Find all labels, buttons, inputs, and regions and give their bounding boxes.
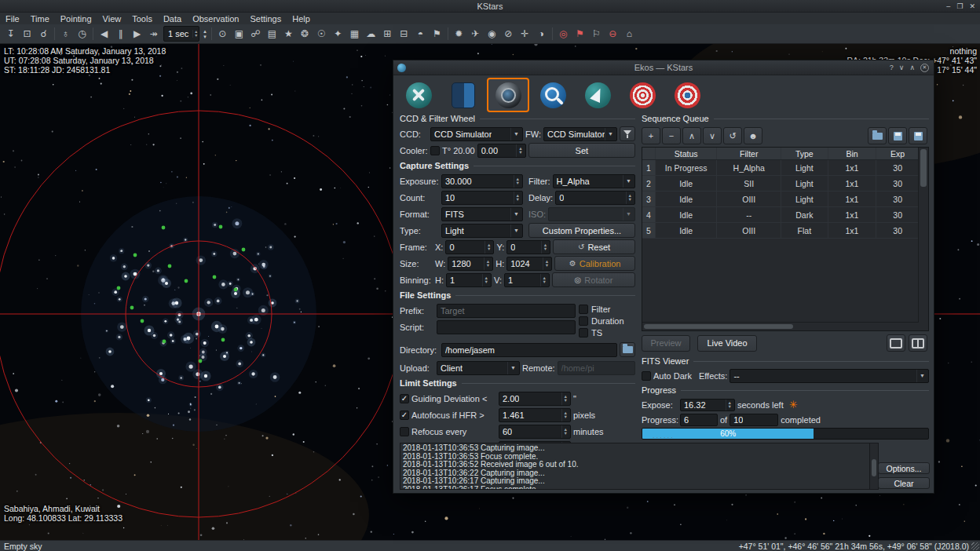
live-video-button[interactable]: Live Video (697, 335, 757, 352)
move-job-down-icon[interactable]: ∨ (703, 127, 722, 144)
guide-tab[interactable] (621, 78, 664, 112)
duration-suffix-checkbox[interactable] (579, 316, 588, 326)
maximize-icon[interactable]: ❐ (956, 2, 963, 10)
reset-queue-icon[interactable]: ↺ (723, 127, 742, 144)
scheduler-tab[interactable] (442, 78, 485, 112)
format-select[interactable]: FITS▼ (441, 207, 523, 221)
time-step-input[interactable]: 1 sec ▴▾ (163, 26, 199, 42)
size-w-input[interactable]: 1280▲▼ (448, 257, 493, 271)
binning-h-input[interactable]: 1▲▼ (446, 273, 492, 287)
prefix-input[interactable]: Target (437, 304, 576, 318)
frame-x-input[interactable]: 0▲▼ (445, 240, 494, 254)
clear-button[interactable]: Clear (878, 477, 930, 489)
lock-position-icon[interactable]: ✛ (517, 26, 533, 42)
menu-item[interactable]: Tools (126, 13, 158, 24)
color-scheme-icon[interactable]: ◑ (533, 26, 550, 42)
menu-item[interactable]: Pointing (55, 13, 97, 24)
play-icon[interactable]: ▶ (129, 26, 145, 42)
download-data-icon[interactable]: ↧ (2, 26, 19, 42)
close-icon[interactable]: ✕ (969, 2, 975, 10)
sequence-job-row[interactable]: 2 Idle SII Light 1x1 30 (642, 176, 919, 192)
whats-interesting-icon[interactable]: ◉ (484, 26, 500, 42)
location-infobox[interactable]: Sabahiya, Ahmadi, Kuwait Long: 48.100833… (4, 504, 122, 523)
limit-checkbox[interactable]: ✓ (400, 411, 409, 420)
summary-screen-toggle-icon[interactable] (909, 334, 927, 352)
time-step-forward-icon[interactable]: ↠ (145, 26, 162, 42)
cooler-checkbox[interactable] (430, 146, 440, 155)
horizontal-grid-icon[interactable]: ⊟ (396, 26, 412, 42)
open-sequence-icon[interactable] (868, 127, 887, 144)
log-scrollbar[interactable] (869, 443, 878, 489)
milky-way-icon[interactable]: ☁ (363, 26, 379, 42)
sequence-job-row[interactable]: 4 Idle -- Dark 1x1 30 (642, 207, 919, 223)
limit-value-input[interactable]: 1.461▲▼ (499, 408, 571, 422)
exposure-input[interactable]: 30.000▲▼ (441, 174, 523, 188)
custom-properties-button[interactable]: Custom Properties... (528, 223, 635, 238)
ts-suffix-checkbox[interactable] (579, 328, 588, 338)
sequence-job-row[interactable]: 1 In Progress H_Alpha Light 1x1 30 (642, 160, 919, 176)
filter-select[interactable]: H_Alpha▼ (553, 174, 636, 188)
scrollbar-handle[interactable] (920, 149, 927, 187)
script-input[interactable] (437, 320, 576, 334)
help-icon[interactable]: ? (890, 64, 894, 71)
ekos-close-icon[interactable]: ✕ (920, 64, 929, 72)
dome-icon[interactable]: ⌂ (621, 26, 638, 42)
equatorial-grid-icon[interactable]: ⊞ (379, 26, 396, 42)
auto-dark-checkbox[interactable] (642, 371, 651, 381)
upload-mode-select[interactable]: Client▼ (437, 361, 520, 375)
planets-toggle-icon[interactable]: ☉ (313, 26, 330, 42)
browse-directory-icon[interactable] (620, 342, 635, 357)
reset-frame-button[interactable]: ↺Reset (553, 239, 635, 254)
mount-tab[interactable] (576, 78, 619, 112)
supernovae-icon[interactable]: ✹ (451, 26, 467, 42)
delay-input[interactable]: 0▲▼ (555, 191, 635, 205)
pause-icon[interactable]: ∥ (112, 26, 129, 42)
constellation-boundaries-icon[interactable]: ▦ (346, 26, 363, 42)
menu-item[interactable]: Help (287, 13, 316, 24)
time-step-spinner[interactable]: ▴▾ (192, 30, 199, 38)
effects-select[interactable]: --▼ (730, 369, 929, 383)
filter-suffix-checkbox[interactable] (579, 305, 588, 314)
save-sequence-as-icon[interactable] (909, 127, 927, 144)
shade-up-icon[interactable]: ∧ (909, 64, 915, 71)
track-object-icon[interactable]: ☍ (247, 26, 264, 42)
temperature-setpoint-input[interactable]: 0.00▲▼ (477, 144, 526, 158)
limit-value-input[interactable]: 2.00▲▼ (499, 392, 571, 406)
move-job-up-icon[interactable]: ∧ (682, 127, 701, 144)
sequence-job-row[interactable]: 3 Idle OIII Light 1x1 30 (642, 192, 919, 207)
align-tab[interactable] (666, 78, 708, 112)
stars-toggle-icon[interactable]: ★ (280, 26, 297, 42)
menu-item[interactable]: Time (25, 13, 55, 24)
ccd-select[interactable]: CCD Simulator▼ (430, 127, 523, 141)
flags-icon[interactable]: ⚑ (429, 26, 445, 42)
full-view-icon[interactable]: ▣ (231, 26, 247, 42)
zoom-icon[interactable]: ☌ (35, 26, 52, 42)
binning-v-input[interactable]: 1▲▼ (504, 273, 550, 287)
earth-geolocation-icon[interactable]: ♁ (57, 26, 74, 42)
satellites-icon[interactable]: ✈ (467, 26, 484, 42)
observation-flag-icon[interactable]: ⚑ (572, 26, 588, 42)
menu-item[interactable]: Data (158, 13, 187, 24)
abort-icon[interactable]: ⊖ (605, 26, 621, 42)
time-step-back-icon[interactable]: ◀ (96, 26, 112, 42)
shade-down-icon[interactable]: ∨ (899, 64, 905, 71)
time-step-adjust[interactable]: ▴▾ (203, 28, 207, 39)
resize-grip[interactable] (971, 542, 979, 550)
ekos-icon[interactable]: ◎ (555, 26, 572, 42)
capture-tab[interactable] (487, 78, 529, 112)
menu-item[interactable]: View (97, 13, 127, 24)
ekos-titlebar[interactable]: Ekos — KStars ? ∨ ∧ ✕ (393, 60, 934, 75)
fits-viewer-toggle-icon[interactable] (887, 334, 905, 352)
add-job-icon[interactable]: + (642, 127, 660, 144)
observer-icon[interactable]: ☻ (744, 127, 762, 144)
size-h-input[interactable]: 1024▲▼ (506, 257, 552, 271)
options-button[interactable]: Options... (878, 462, 930, 474)
ecliptic-icon[interactable]: ⊘ (500, 26, 517, 42)
scrollbar-handle[interactable] (872, 459, 876, 476)
filter-wheel-select[interactable]: CCD Simulator▼ (543, 127, 617, 141)
menu-item[interactable]: File (0, 13, 25, 24)
set-temperature-button[interactable]: Set (528, 143, 635, 158)
frame-type-select[interactable]: Light▼ (441, 224, 523, 238)
focus-tab[interactable] (532, 78, 574, 112)
deep-sky-toggle-icon[interactable]: ❂ (297, 26, 313, 42)
